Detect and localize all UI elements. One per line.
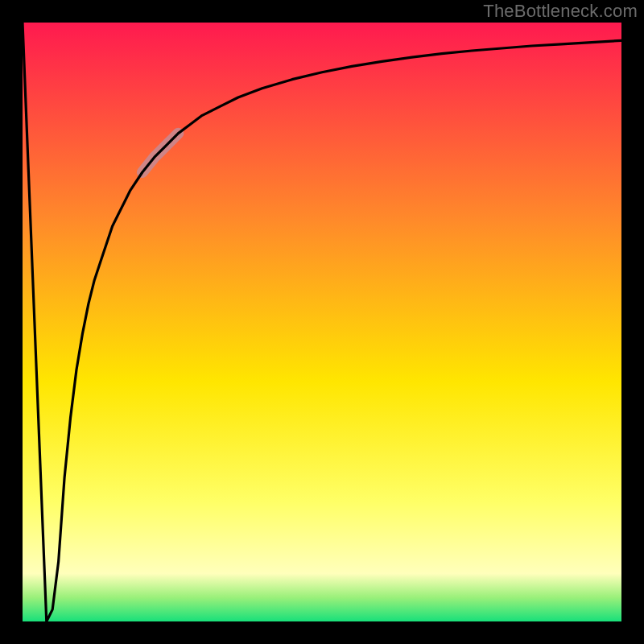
attribution-label: TheBottleneck.com	[483, 1, 638, 22]
chart-frame: TheBottleneck.com	[0, 0, 644, 644]
chart-svg	[23, 23, 621, 621]
plot-area	[23, 23, 621, 621]
gradient-background	[23, 23, 621, 621]
